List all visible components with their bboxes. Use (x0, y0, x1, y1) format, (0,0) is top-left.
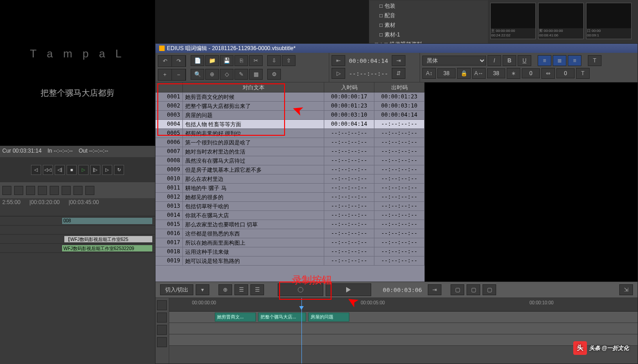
row-in-tc[interactable]: 00:00:04:14 (324, 120, 374, 128)
bin-item[interactable]: 素材-1 (370, 30, 487, 40)
table-row[interactable]: 0003房屋的问题00:00:03:1000:00:04:14 (156, 111, 425, 120)
row-text[interactable]: 所以在她画面里面构图上 (183, 238, 324, 247)
row-out-tc[interactable]: --:--:--:-- (374, 129, 425, 138)
subtitle-table-body[interactable]: 0001她剪晋商文化的时候00:00:00:1700:00:01:230002把… (156, 92, 425, 282)
table-row[interactable]: 0009但是房子建筑基本上跟它差不多--:--:--:----:--:--:-- (156, 165, 425, 174)
track[interactable]: 008 (0, 216, 155, 226)
save-btn[interactable]: 💾 (220, 55, 233, 66)
bin-tree[interactable]: 包装 配音 素材 素材-1 + □ 提供视频资料 字幕 (369, 0, 488, 44)
window-titlebar[interactable]: EDIUS 唱词编辑 - 20181126-112936-0000.vtsubt… (156, 44, 638, 53)
timeline-clip[interactable]: 房屋的问题 (308, 313, 349, 322)
bin-thumbnail[interactable]: 主 00:00:00:0000:24:22:02 (490, 3, 536, 39)
table-row[interactable]: 0005都剪的非常的好 很到位--:--:--:----:--:--:-- (156, 129, 425, 138)
align-right-btn[interactable]: ≡ (568, 55, 581, 66)
tool-btn[interactable]: ⇲ (619, 284, 633, 295)
row-text[interactable]: 她可以说是轻车熟路的 (183, 256, 324, 265)
row-out-tc[interactable]: 00:00:03:10 (374, 102, 425, 110)
col-in[interactable]: 入时码 (324, 82, 374, 92)
row-out-tc[interactable]: --:--:--:-- (374, 156, 425, 165)
row-out-tc[interactable]: --:--:--:-- (374, 138, 425, 147)
row-in-tc[interactable]: --:--:--:-- (324, 238, 374, 247)
record-button[interactable] (278, 283, 323, 296)
bin-item[interactable]: 包装 (370, 1, 487, 11)
track[interactable]: WFJ数码影视后期工作室62532209 (0, 244, 155, 253)
table-row[interactable]: 0010那么在农村里边--:--:--:----:--:--:-- (156, 174, 425, 184)
row-out-tc[interactable]: --:--:--:-- (374, 229, 425, 238)
clip[interactable]: WFJ数码影视后期工作室62532209 (62, 245, 153, 252)
step-back-btn[interactable]: ◁| (55, 165, 65, 175)
table-row[interactable]: 0016这些都是很熟悉的东西--:--:--:----:--:--:-- (156, 229, 425, 238)
track-btn[interactable] (157, 300, 167, 310)
italic-btn[interactable]: I (488, 55, 501, 66)
row-in-tc[interactable]: 00:00:00:17 (324, 92, 374, 101)
table-row[interactable]: 0008虽然没有在骡马大店待过--:--:--:----:--:--:-- (156, 156, 425, 165)
zoom-btn[interactable]: ⊕ (205, 69, 219, 80)
copy-btn[interactable]: ⎘ (234, 55, 248, 66)
step-fwd-btn[interactable]: |▷ (90, 165, 100, 175)
tool-btn[interactable]: ▦ (249, 69, 263, 80)
tool-btn[interactable] (85, 186, 94, 195)
tool-btn[interactable] (62, 186, 71, 195)
row-in-tc[interactable]: --:--:--:-- (324, 220, 374, 229)
table-row[interactable]: 0002把整个骡马大店都剪出来了00:00:01:2300:00:03:10 (156, 102, 425, 111)
row-out-tc[interactable]: --:--:--:-- (374, 220, 425, 229)
row-out-tc[interactable]: --:--:--:-- (374, 202, 425, 210)
redo-btn[interactable]: ↷ (172, 56, 186, 67)
row-text[interactable]: 虽然没有在骡马大店待过 (183, 156, 324, 165)
row-text[interactable]: 她对当时农村里边的生活 (183, 147, 324, 156)
import-btn[interactable]: ⇩ (267, 55, 281, 66)
timeline-track[interactable] (169, 334, 638, 346)
bin-item[interactable]: 配音 (370, 11, 487, 21)
row-out-tc[interactable]: --:--:--:-- (374, 193, 425, 201)
search-btn[interactable]: 🔍 (191, 69, 204, 80)
row-text[interactable]: 把整个骡马大店都剪出来了 (183, 102, 324, 110)
timeline-ruler[interactable]: 2:55:00 |00:03:20:00 |00:03:45:00 (0, 198, 155, 216)
play-btn[interactable]: ▷ (78, 165, 88, 175)
row-in-tc[interactable]: --:--:--:-- (324, 184, 374, 192)
row-out-tc[interactable]: --:--:--:-- (374, 120, 425, 128)
underline-btn[interactable]: U (518, 55, 531, 66)
bold-btn[interactable]: B (503, 55, 516, 66)
tc-btn[interactable]: ⇵ (392, 68, 405, 79)
col-out[interactable]: 出时码 (374, 82, 425, 92)
row-in-tc[interactable]: --:--:--:-- (324, 229, 374, 238)
table-row[interactable]: 0007她对当时农村里边的生活--:--:--:----:--:--:-- (156, 147, 425, 156)
row-in-tc[interactable]: 00:00:01:23 (324, 102, 374, 110)
bin-thumbnail[interactable]: 日 00:0000:09:1 (586, 3, 632, 39)
tool-btn[interactable]: ▢ (451, 284, 464, 295)
tool-btn[interactable] (50, 186, 59, 195)
table-row[interactable]: 0013包括切草呀干啥的--:--:--:----:--:--:-- (156, 202, 425, 211)
clip[interactable]: 008 (62, 217, 153, 225)
row-text[interactable]: 但是房子建筑基本上跟它差不多 (183, 165, 324, 174)
row-text[interactable]: 这些都是很熟悉的东西 (183, 229, 324, 238)
clip-label[interactable]: 【WFJ数码影视后期工作室625 (64, 236, 153, 243)
timecode-display[interactable]: 00:00:04:14 (348, 56, 389, 66)
track-btn[interactable] (157, 313, 167, 323)
row-text[interactable]: 包括切草呀干啥的 (183, 202, 324, 210)
tool-btn[interactable] (14, 186, 23, 195)
timeline-clip[interactable]: 她剪晋商文... (215, 313, 256, 322)
align-left-btn[interactable]: ≡ (538, 55, 551, 66)
table-row[interactable]: 0004包括人物 牲畜等等方面00:00:04:14--:--:--:-- (156, 120, 425, 129)
row-text[interactable]: 耕地的牛 骡子 马 (183, 184, 324, 192)
export-btn[interactable]: ⇧ (282, 55, 296, 66)
main-timeline[interactable]: 2:55:00 |00:03:20:00 |00:03:45:00 008 【W… (0, 198, 155, 364)
bin-item[interactable]: 素材 (370, 21, 487, 30)
bin-thumbnail[interactable]: 剪 00:00:00:0000:08:41:06 (538, 3, 584, 39)
tool-btn[interactable]: ◇ (220, 69, 233, 80)
table-row[interactable]: 0006第一个很到位的原因是啥了--:--:--:----:--:--:-- (156, 138, 425, 147)
align-center-btn[interactable]: ≣ (553, 55, 566, 66)
table-row[interactable]: 0019她可以说是轻车熟路的--:--:--:----:--:--:-- (156, 256, 425, 266)
timeline-clip[interactable]: 把整个骡马大店... (258, 313, 306, 322)
row-text[interactable]: 第一个很到位的原因是啥了 (183, 138, 324, 147)
cut-icon[interactable] (26, 186, 35, 195)
tool-btn[interactable] (38, 186, 47, 195)
play-button[interactable] (326, 283, 371, 296)
prev-btn[interactable]: ◁ (31, 165, 41, 175)
row-out-tc[interactable]: --:--:--:-- (374, 256, 425, 265)
tc-btn[interactable]: ⇤ (332, 55, 345, 66)
row-out-tc[interactable]: --:--:--:-- (374, 247, 425, 256)
row-text[interactable]: 她都见的很多的 (183, 193, 324, 201)
row-in-tc[interactable]: --:--:--:-- (324, 193, 374, 201)
row-in-tc[interactable]: --:--:--:-- (324, 129, 374, 138)
